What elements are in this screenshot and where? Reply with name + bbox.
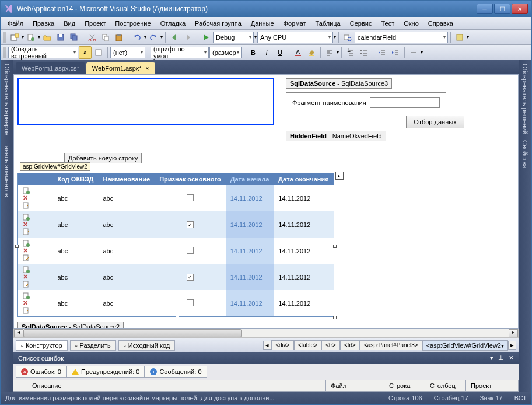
insert-icon[interactable] xyxy=(23,266,48,273)
forecolor-button[interactable]: A xyxy=(292,46,304,59)
new-project-button[interactable] xyxy=(8,31,21,44)
numbered-list-button[interactable]: 1 xyxy=(344,46,357,59)
insert-icon[interactable] xyxy=(23,292,48,299)
err-col-line[interactable]: Строка xyxy=(384,380,425,391)
start-debug-button[interactable] xyxy=(200,31,212,44)
platform-dropdown[interactable]: Any CPU xyxy=(257,32,333,43)
breadcrumb-prev[interactable]: ◂ xyxy=(263,341,271,350)
font-size-dropdown[interactable]: (размер xyxy=(209,47,242,58)
add-dropdown-icon[interactable]: ▾ xyxy=(38,34,40,40)
breadcrumb-tr[interactable]: <tr> xyxy=(321,340,340,350)
source-view-button[interactable]: ▫Исходный код xyxy=(118,340,175,351)
insert-icon[interactable] xyxy=(23,240,48,247)
delete-icon[interactable]: ✕ xyxy=(23,194,28,201)
breadcrumb-panel[interactable]: <asp:Panel#Panel3> xyxy=(360,340,422,350)
toolbar-grip[interactable] xyxy=(3,47,6,58)
toolbar-grip[interactable] xyxy=(3,32,6,43)
fragment-input[interactable] xyxy=(370,97,440,108)
panel-dropdown-icon[interactable]: ▾ xyxy=(490,354,494,362)
menu-help[interactable]: Справка xyxy=(424,19,458,28)
menu-test[interactable]: Тест xyxy=(376,19,399,28)
redo-button[interactable] xyxy=(147,31,160,44)
font-family-dropdown[interactable]: (шрифт по умол xyxy=(150,47,209,58)
breadcrumb-gridview[interactable]: <asp:GridView#GridView2▾ xyxy=(422,340,508,351)
save-all-button[interactable] xyxy=(68,31,80,44)
table-row[interactable]: ✕ abcabc✓14.11.201214.11.2012 xyxy=(18,211,334,238)
table-row[interactable]: ✕ abcabc✓14.11.201214.11.2012 xyxy=(18,264,334,290)
empty-panel[interactable] xyxy=(18,78,274,125)
tab-aspx[interactable]: WebForm1.aspx*✕ xyxy=(86,62,155,74)
table-row[interactable]: ✕ abcabc14.11.201214.11.2012 xyxy=(18,290,334,317)
open-button[interactable] xyxy=(41,31,54,44)
insert-icon[interactable] xyxy=(23,187,48,194)
add-item-button[interactable] xyxy=(24,31,37,44)
css-class-dropdown[interactable]: (нет) xyxy=(110,47,145,58)
edit-icon[interactable] xyxy=(23,228,48,235)
paste-button[interactable] xyxy=(113,31,125,44)
main-checkbox[interactable]: ✓ xyxy=(187,221,194,228)
save-button[interactable] xyxy=(54,31,67,44)
scroll-left-button[interactable]: ◂ xyxy=(14,329,23,337)
split-view-button[interactable]: ▫Разделить xyxy=(70,340,116,351)
main-checkbox[interactable] xyxy=(187,299,194,306)
delete-icon[interactable]: ✕ xyxy=(23,247,28,254)
toolbox-tab[interactable]: Панель элементов xyxy=(2,141,12,197)
main-checkbox[interactable] xyxy=(187,194,194,201)
gridview-smarttag-label[interactable]: asp:GridView#GridView2 xyxy=(20,162,90,171)
messages-tab[interactable]: i Сообщений: 0 xyxy=(145,366,206,378)
indent-button[interactable] xyxy=(389,46,402,59)
scroll-thumb[interactable] xyxy=(23,329,242,337)
properties-tab[interactable]: Свойства xyxy=(520,140,530,168)
menu-window[interactable]: Окно xyxy=(399,19,424,28)
edit-icon[interactable] xyxy=(23,307,48,314)
breadcrumb-div[interactable]: <div> xyxy=(271,340,293,350)
breadcrumb-td[interactable]: <td> xyxy=(340,340,360,350)
menu-edit[interactable]: Правка xyxy=(28,19,59,28)
table-row[interactable]: ✕ abcabc14.11.201214.11.2012 xyxy=(18,185,334,211)
menu-data[interactable]: Данные xyxy=(246,19,279,28)
redo-dropdown-icon[interactable]: ▾ xyxy=(160,34,163,40)
sqldatasource2-control[interactable]: SqlDataSource - SqlDataSource2 xyxy=(18,322,124,329)
close-button[interactable]: ✕ xyxy=(512,4,528,14)
copy-button[interactable] xyxy=(99,31,112,44)
config-dropdown[interactable]: Debug xyxy=(213,32,254,43)
filter-button[interactable]: Отбор данных xyxy=(406,116,464,128)
design-view-button[interactable]: ▫Конструктор xyxy=(16,340,68,351)
align-left-button[interactable] xyxy=(323,46,336,59)
maximize-button[interactable]: ☐ xyxy=(494,4,510,14)
err-col-icon[interactable] xyxy=(13,380,27,391)
delete-icon[interactable]: ✕ xyxy=(23,299,28,306)
hiddenfield-control[interactable]: HiddenField - NameOkvedField xyxy=(286,131,386,141)
bold-button[interactable]: B xyxy=(247,46,260,59)
breadcrumb-table[interactable]: <table> xyxy=(294,340,321,350)
nav-forward-button[interactable] xyxy=(181,31,194,44)
find-in-files-button[interactable] xyxy=(341,31,354,44)
edit-icon[interactable] xyxy=(23,202,48,209)
gridview[interactable]: Код ОКВЭД Наименование Признак основного… xyxy=(18,173,334,317)
more-button[interactable] xyxy=(407,46,420,59)
menu-project[interactable]: Проект xyxy=(80,19,110,28)
close-tab-icon[interactable]: ✕ xyxy=(145,66,149,71)
undo-dropdown-icon[interactable]: ▾ xyxy=(144,34,146,40)
err-col-project[interactable]: Проект xyxy=(466,380,519,391)
design-surface[interactable]: SqlDataSource - SqlDataSource3 Фрагмент … xyxy=(13,74,519,329)
gridview-action-button[interactable]: ▸ xyxy=(335,172,344,180)
tab-codebehind[interactable]: WebForm1.aspx.cs* xyxy=(16,62,85,74)
panel-pin-icon[interactable]: ⊥ xyxy=(498,354,504,362)
underline-button[interactable]: U xyxy=(274,46,286,59)
solution-explorer-button[interactable] xyxy=(453,31,466,44)
minimize-button[interactable]: ─ xyxy=(477,4,493,14)
delete-icon[interactable]: ✕ xyxy=(23,221,28,228)
undo-button[interactable] xyxy=(131,31,144,44)
attach-style-button[interactable] xyxy=(92,46,105,59)
main-checkbox[interactable]: ✓ xyxy=(187,274,194,281)
sqldatasource3-control[interactable]: SqlDataSource - SqlDataSource3 xyxy=(286,78,392,89)
cut-button[interactable] xyxy=(86,31,99,44)
delete-icon[interactable]: ✕ xyxy=(23,273,28,280)
err-col-desc[interactable]: Описание xyxy=(27,380,326,391)
breadcrumb-next[interactable]: ▸ xyxy=(508,341,516,350)
edit-icon[interactable] xyxy=(23,281,48,288)
scroll-right-button[interactable]: ▸ xyxy=(509,329,518,337)
backcolor-button[interactable] xyxy=(305,46,318,59)
new-dropdown-icon[interactable]: ▾ xyxy=(22,34,24,40)
